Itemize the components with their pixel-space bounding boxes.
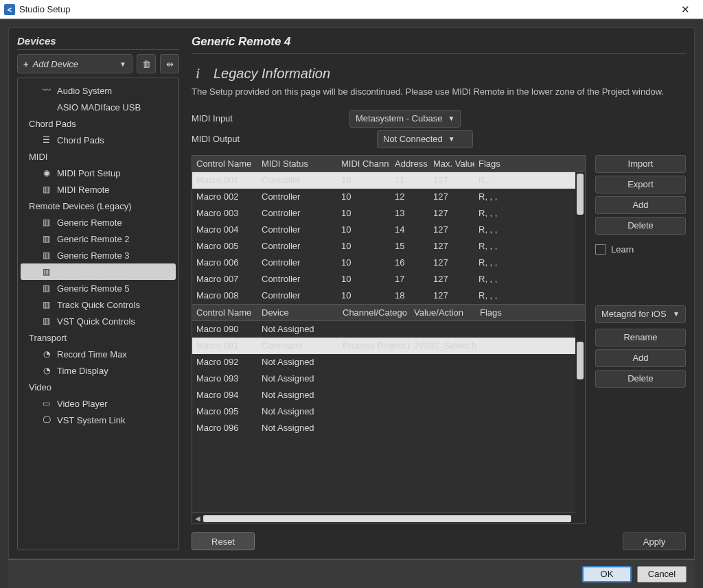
video-icon: ▭ <box>41 399 51 408</box>
tree-item-label: Generic Remote 2 <box>57 234 130 244</box>
tree-item-label: Audio System <box>57 86 112 96</box>
tree-item-label: MIDI <box>29 152 47 162</box>
tree-item[interactable]: ▥Generic Remote 3 <box>21 247 176 263</box>
col-device[interactable]: Device <box>257 307 338 318</box>
tree-item[interactable]: ▥Generic Remote 5 <box>21 280 176 296</box>
table-row[interactable]: Macro 095Not Assigned <box>192 403 585 420</box>
table-row[interactable]: Macro 005Controller1015127R, , , <box>192 238 585 255</box>
reset-layout-button[interactable]: ⇹ <box>160 54 179 73</box>
tree-item-label: Transport <box>29 333 67 343</box>
cell: JV091_Select for P <box>410 340 476 351</box>
col-channel-category[interactable]: Channel/Catego <box>338 307 410 318</box>
col-control-name[interactable]: Control Name <box>192 158 257 169</box>
table-body[interactable]: Macro 001Controller1011127R, , ,Macro 00… <box>192 172 585 304</box>
cell: 127 <box>429 175 474 185</box>
grid-icon: ▥ <box>41 300 51 309</box>
tree-item[interactable]: ◔Record Time Max <box>21 346 176 362</box>
col-midi-status[interactable]: MIDI Status <box>257 158 337 169</box>
learn-checkbox[interactable]: Learn <box>595 244 686 255</box>
dialog-button-bar: OK Cancel <box>8 559 695 588</box>
table-row[interactable]: Macro 092Not Assigned <box>192 354 585 371</box>
tree-item[interactable]: 〰Audio System <box>21 82 176 99</box>
tree-item-label: Generic Remote <box>57 217 122 228</box>
preset-delete-button[interactable]: Delete <box>595 370 686 388</box>
tree-item[interactable]: ◔Time Display <box>21 362 176 379</box>
columns-icon: ⇹ <box>166 59 174 69</box>
grid-icon: ▥ <box>41 316 51 326</box>
scroll-thumb[interactable] <box>577 174 584 215</box>
table-row[interactable]: Macro 091CommandProcess Project LJV091_S… <box>192 338 585 354</box>
col-midi-channel[interactable]: MIDI Chann <box>337 158 391 169</box>
delete-device-button[interactable]: 🗑 <box>137 54 156 73</box>
cell: Macro 004 <box>192 224 257 235</box>
table-header: Control Name Device Channel/Catego Value… <box>192 305 585 321</box>
apply-button[interactable]: Apply <box>623 532 686 550</box>
table-row[interactable]: Macro 096Not Assigned <box>192 420 585 436</box>
grid-icon: ▥ <box>41 217 51 227</box>
midi-input-label: MIDI Input <box>192 113 349 124</box>
table-row[interactable]: Macro 093Not Assigned <box>192 371 585 387</box>
table-body[interactable]: Macro 090Not AssignedMacro 091CommandPro… <box>192 321 585 513</box>
table-row[interactable]: Macro 094Not Assigned <box>192 387 585 403</box>
tree-item-label: MIDI Port Setup <box>57 168 120 178</box>
tree-item[interactable]: ▥MIDI Remote <box>21 181 176 198</box>
col-max-value[interactable]: Max. Value <box>429 158 474 169</box>
col-value-action[interactable]: Value/Action <box>410 307 476 318</box>
tree-item[interactable]: ▥Generic Remote 2 <box>21 231 176 247</box>
devices-tree[interactable]: 〰Audio SystemASIO MADIface USBChord Pads… <box>17 78 179 550</box>
tree-item[interactable]: ▥Track Quick Controls <box>21 296 176 313</box>
grid-icon: ▥ <box>41 250 51 260</box>
preset-rename-button[interactable]: Rename <box>595 329 686 346</box>
vertical-scrollbar[interactable] <box>575 321 585 524</box>
cell: 10 <box>337 241 391 251</box>
cell: 10 <box>337 208 391 218</box>
tree-item[interactable]: ▥Generic Remote 4 <box>21 263 176 280</box>
cell: Macro 006 <box>192 257 257 268</box>
preset-add-button[interactable]: Add <box>595 349 686 367</box>
vertical-scrollbar[interactable] <box>575 172 585 304</box>
tree-item[interactable]: ☰Chord Pads <box>21 132 176 148</box>
delete-button[interactable]: Delete <box>595 217 686 235</box>
cancel-button[interactable]: Cancel <box>637 566 687 583</box>
table-row[interactable]: Macro 090Not Assigned <box>192 321 585 338</box>
cell: R, , , <box>474 224 585 235</box>
scroll-thumb[interactable] <box>577 342 584 379</box>
chevron-down-icon: ▼ <box>448 135 455 143</box>
col-flags[interactable]: Flags <box>476 307 585 318</box>
import-button[interactable]: Import <box>595 155 686 173</box>
ok-button[interactable]: OK <box>582 566 632 583</box>
window-close-button[interactable]: ✕ <box>671 3 699 16</box>
table-row[interactable]: Macro 007Controller1017127R, , , <box>192 271 585 287</box>
preset-dropdown[interactable]: Metagrid for iOS - . ▼ <box>595 305 686 323</box>
tree-item[interactable]: ASIO MADIface USB <box>21 99 176 115</box>
table-row[interactable]: Macro 006Controller1016127R, , , <box>192 255 585 271</box>
table-row[interactable]: Macro 003Controller1013127R, , , <box>192 205 585 222</box>
add-device-dropdown[interactable]: + Add Device ▼ <box>17 54 132 73</box>
table-row[interactable]: Macro 002Controller1012127R, , , <box>192 189 585 205</box>
export-button[interactable]: Export <box>595 176 686 193</box>
table-row[interactable]: Macro 001Controller1011127R, , , <box>192 172 585 189</box>
col-address[interactable]: Address <box>391 158 429 169</box>
cell: Macro 090 <box>192 324 257 334</box>
grid-icon: ▥ <box>41 234 51 244</box>
legacy-description: The Setup provided on this page will be … <box>192 85 686 99</box>
midi-input-dropdown[interactable]: Metasystem - Cubase ▼ <box>349 110 461 128</box>
col-control-name[interactable]: Control Name <box>192 307 257 318</box>
grid-icon: ▥ <box>41 283 51 293</box>
cell: Macro 096 <box>192 423 257 433</box>
tree-item[interactable]: 🖵VST System Link <box>21 412 176 428</box>
horizontal-scrollbar[interactable]: ◀ ▶ <box>192 513 585 524</box>
midi-output-dropdown[interactable]: Not Connected ▼ <box>377 130 473 148</box>
scroll-track[interactable] <box>203 515 571 522</box>
table-row[interactable]: Macro 008Controller1018127R, , , <box>192 287 585 304</box>
tree-item[interactable]: ▥VST Quick Controls <box>21 313 176 329</box>
table-row[interactable]: Macro 004Controller1014127R, , , <box>192 222 585 238</box>
scroll-left-arrow[interactable]: ◀ <box>192 515 203 522</box>
tree-item[interactable]: ◉MIDI Port Setup <box>21 165 176 181</box>
tree-item[interactable]: ▭Video Player <box>21 395 176 412</box>
col-flags[interactable]: Flags <box>474 158 585 169</box>
reset-button[interactable]: Reset <box>192 532 255 550</box>
add-button[interactable]: Add <box>595 196 686 214</box>
tree-item[interactable]: ▥Generic Remote <box>21 214 176 231</box>
tree-category: Transport <box>21 329 176 346</box>
